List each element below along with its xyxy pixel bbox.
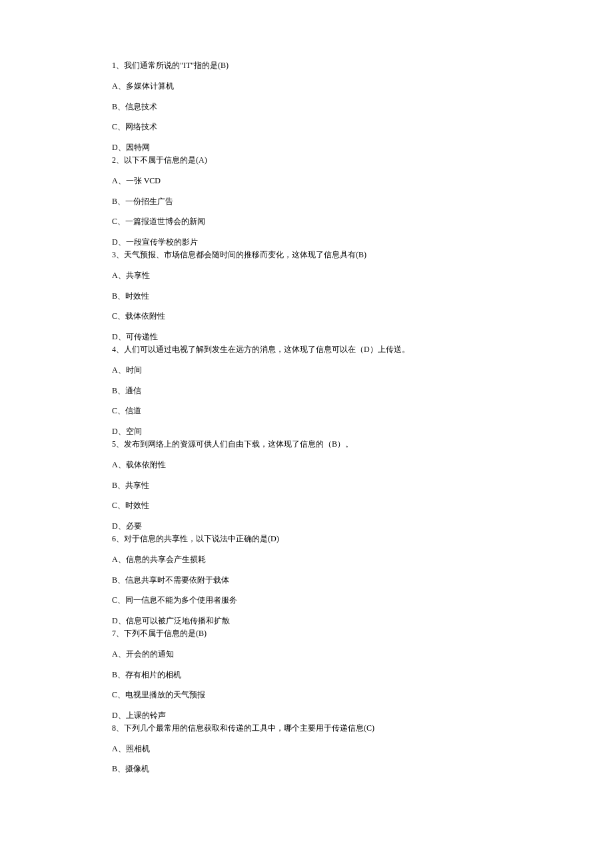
question-text: 7、下列不属于信息的是(B) — [112, 628, 506, 639]
question-text: 1、我们通常所说的"IT"指的是(B) — [112, 60, 506, 71]
question-option: C、同一信息不能为多个使用者服务 — [112, 595, 506, 606]
question-option: C、载体依附性 — [112, 311, 506, 322]
question-option: C、电视里播放的天气预报 — [112, 689, 506, 701]
question-option: A、多媒体计算机 — [112, 81, 506, 92]
question-block: A、一张 VCDB、一份招生广告C、一篇报道世博会的新闻D、一段宣传学校的影片3… — [112, 175, 506, 261]
question-option: B、摄像机 — [112, 763, 506, 775]
question-option: D、必要 — [112, 521, 506, 532]
question-text: 6、对于信息的共享性，以下说法中正确的是(D) — [112, 533, 506, 545]
question-option: C、一篇报道世博会的新闻 — [112, 216, 506, 227]
question-option: A、照相机 — [112, 743, 506, 755]
question-option: B、通信 — [112, 385, 506, 397]
question-block: A、时间B、通信C、信道D、空间5、发布到网络上的资源可供人们自由下载，这体现了… — [112, 365, 506, 450]
question-option: A、信息的共享会产生损耗 — [112, 554, 506, 565]
question-option: B、信息技术 — [112, 101, 506, 113]
question-option: D、空间 — [112, 426, 506, 437]
question-block: A、信息的共享会产生损耗B、信息共享时不需要依附于载体C、同一信息不能为多个使用… — [112, 554, 506, 639]
question-option: D、因特网 — [112, 142, 506, 153]
question-block: A、照相机B、摄像机 — [112, 743, 506, 775]
question-option: A、载体依附性 — [112, 459, 506, 471]
question-option: B、一份招生广告 — [112, 196, 506, 207]
question-option: B、时效性 — [112, 291, 506, 302]
question-block: A、开会的的通知B、存有相片的相机C、电视里播放的天气预报D、上课的铃声8、下列… — [112, 649, 506, 734]
question-option: C、信道 — [112, 405, 506, 417]
question-option: A、共享性 — [112, 270, 506, 281]
question-option: A、一张 VCD — [112, 175, 506, 187]
question-text: 5、发布到网络上的资源可供人们自由下载，这体现了信息的（B）。 — [112, 439, 506, 450]
question-option: A、开会的的通知 — [112, 649, 506, 660]
question-text: 2、以下不属于信息的是(A) — [112, 155, 506, 166]
question-block: A、共享性B、时效性C、载体依附性D、可传递性4、人们可以通过电视了解到发生在远… — [112, 270, 506, 355]
question-block: 1、我们通常所说的"IT"指的是(B)A、多媒体计算机B、信息技术C、网络技术D… — [112, 60, 506, 166]
question-option: B、共享性 — [112, 480, 506, 491]
question-option: A、时间 — [112, 365, 506, 376]
question-block: A、载体依附性B、共享性C、时效性D、必要6、对于信息的共享性，以下说法中正确的… — [112, 459, 506, 545]
question-text: 8、下列几个最常用的信息获取和传递的工具中，哪个主要用于传递信息(C) — [112, 723, 506, 734]
document-page: 1、我们通常所说的"IT"指的是(B)A、多媒体计算机B、信息技术C、网络技术D… — [0, 0, 613, 868]
question-option: D、上课的铃声 — [112, 710, 506, 721]
question-option: B、存有相片的相机 — [112, 669, 506, 681]
question-option: D、信息可以被广泛地传播和扩散 — [112, 615, 506, 627]
question-option: C、网络技术 — [112, 121, 506, 133]
question-option: C、时效性 — [112, 500, 506, 511]
content-area: 1、我们通常所说的"IT"指的是(B)A、多媒体计算机B、信息技术C、网络技术D… — [112, 60, 506, 775]
question-option: D、可传递性 — [112, 331, 506, 343]
question-text: 3、天气预报、市场信息都会随时间的推移而变化，这体现了信息具有(B) — [112, 249, 506, 261]
question-option: B、信息共享时不需要依附于载体 — [112, 575, 506, 586]
question-option: D、一段宣传学校的影片 — [112, 237, 506, 248]
question-text: 4、人们可以通过电视了解到发生在远方的消息，这体现了信息可以在（D）上传送。 — [112, 344, 506, 355]
